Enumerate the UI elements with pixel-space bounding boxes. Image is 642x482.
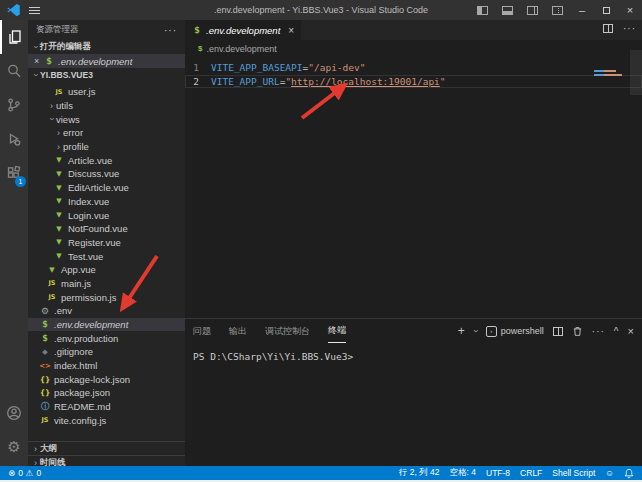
tab-close-icon[interactable]: × — [288, 25, 294, 36]
tree-item-views[interactable]: ›views — [28, 112, 185, 126]
feedback-icon[interactable]: ☺ — [605, 468, 614, 478]
tree-item-utils[interactable]: ›utils — [28, 99, 185, 113]
tree-item-test-vue[interactable]: ▼Test.vue — [28, 249, 185, 263]
tree-item-index-html[interactable]: <>index.html — [28, 359, 185, 373]
timeline-section-header[interactable]: › 时间线 — [28, 455, 185, 466]
tree-item-profile[interactable]: ›profile — [28, 140, 185, 154]
tree-item-label: package-lock.json — [54, 374, 130, 385]
editor-scrollbar[interactable] — [630, 50, 642, 95]
new-terminal-icon[interactable]: + — [458, 324, 465, 338]
tree-item-label: index.html — [54, 360, 97, 371]
tree-item-label: views — [56, 114, 80, 125]
gear-icon: ⚙ — [7, 440, 20, 455]
vscode-logo-icon — [7, 3, 21, 17]
tree-item-discuss-vue[interactable]: ▼Discuss.vue — [28, 167, 185, 181]
tree-item--gitignore[interactable]: ◆.gitignore — [28, 345, 185, 359]
toggle-sidebar-icon[interactable] — [477, 6, 488, 15]
sidebar-item-source-control[interactable] — [0, 88, 28, 122]
tree-item-label: Login.vue — [68, 210, 109, 221]
minimap[interactable] — [594, 70, 628, 76]
close-button[interactable]: × — [618, 0, 642, 20]
sidebar-item-explorer[interactable] — [0, 20, 28, 54]
tree-item-user-js[interactable]: JSuser.js — [28, 85, 185, 99]
tree-item-readme-md[interactable]: ⓘREADME.md — [28, 400, 185, 414]
explorer-more-actions-icon[interactable]: ··· — [164, 25, 177, 36]
tree-item-main-js[interactable]: JSmain.js — [28, 277, 185, 291]
chevron-down-icon: › — [47, 115, 57, 124]
close-icon[interactable]: × — [34, 56, 44, 66]
split-editor-icon[interactable] — [603, 24, 613, 33]
outline-section-header[interactable]: › 大纲 — [28, 441, 185, 455]
chevron-down-icon: › — [31, 71, 41, 80]
panel-tab-item[interactable]: 调试控制台 — [265, 319, 310, 343]
panel-tab-item[interactable]: 问题 — [193, 319, 211, 343]
tree-item-register-vue[interactable]: ▼Register.vue — [28, 236, 185, 250]
notifications-bell-icon[interactable] — [624, 468, 634, 479]
language-mode-status[interactable]: Shell Script — [552, 468, 595, 478]
tree-item-editarticle-vue[interactable]: ▼EditArticle.vue — [28, 181, 185, 195]
js-file-icon: JS — [47, 279, 57, 287]
tree-item-notfound-vue[interactable]: ▼NotFound.vue — [28, 222, 185, 236]
tree-item-permission-js[interactable]: JSpermission.js — [28, 290, 185, 304]
kill-terminal-icon[interactable] — [572, 326, 583, 337]
maximize-panel-icon[interactable]: ^ — [614, 326, 619, 337]
cursor-position-status[interactable]: 行 2, 列 42 — [399, 467, 440, 479]
indentation-status[interactable]: 空格: 4 — [450, 467, 476, 479]
settings-button[interactable]: ⚙ — [0, 430, 28, 464]
toggle-secondary-sidebar-icon[interactable] — [527, 6, 538, 15]
panel-tab-terminal-active[interactable]: 终端 — [328, 319, 346, 343]
source-control-icon — [6, 97, 22, 113]
split-terminal-icon[interactable] — [553, 327, 563, 336]
tree-item-vite-config-js[interactable]: JSvite.config.js — [28, 414, 185, 428]
js-file-icon: JS — [54, 88, 64, 96]
terminal-output[interactable]: PS D:\CSharp\Yi\Yi.BBS.Vue3> — [185, 343, 642, 362]
open-editors-header[interactable]: › 打开的编辑器 — [28, 40, 185, 54]
terminal-instance[interactable]: › powershell — [486, 326, 544, 337]
vue-file-icon: ▼ — [54, 211, 64, 219]
problems-status[interactable]: ⊗0 ⚠0 — [8, 468, 41, 478]
tree-item--env-production[interactable]: $.env.production — [28, 331, 185, 345]
tree-item-error[interactable]: ›error — [28, 126, 185, 140]
vue-file-icon: ▼ — [54, 156, 64, 164]
sidebar-item-search[interactable] — [0, 54, 28, 88]
activity-bar: 1 ⚙ — [0, 20, 28, 466]
editor-more-actions-icon[interactable]: ··· — [623, 23, 636, 34]
sidebar-item-extensions[interactable]: 1 — [0, 156, 28, 190]
encoding-status[interactable]: UTF-8 — [486, 468, 510, 478]
panel-tab-item[interactable]: 输出 — [229, 319, 247, 343]
tree-item--env-development[interactable]: $.env.development — [28, 318, 185, 332]
minimize-button[interactable]: – — [570, 0, 594, 20]
tree-item-article-vue[interactable]: ▼Article.vue — [28, 153, 185, 167]
tree-item-package-lock-json[interactable]: {}package-lock.json — [28, 372, 185, 386]
sidebar-item-run-debug[interactable] — [0, 122, 28, 156]
eol-status[interactable]: CRLF — [520, 468, 542, 478]
customize-layout-icon[interactable] — [552, 6, 563, 15]
maximize-button[interactable] — [594, 0, 618, 20]
tree-item-label: permission.js — [61, 292, 116, 303]
breadcrumb[interactable]: $ .env.development — [185, 40, 642, 57]
account-button[interactable] — [0, 396, 28, 430]
js-file-icon: JS — [47, 293, 57, 301]
run-debug-icon — [6, 131, 22, 147]
tree-item--env[interactable]: ⚙.env — [28, 304, 185, 318]
close-panel-icon[interactable]: × — [628, 325, 634, 337]
explorer-title: 资源管理器 — [36, 24, 79, 36]
terminal-dropdown-icon[interactable]: › — [470, 330, 480, 333]
tree-item-login-vue[interactable]: ▼Login.vue — [28, 208, 185, 222]
menu-icon[interactable] — [29, 7, 40, 14]
panel-more-actions-icon[interactable]: ··· — [592, 326, 605, 337]
open-editor-item[interactable]: × $ .env.development — [28, 54, 185, 68]
tree-item-label: .env — [54, 305, 72, 316]
status-bar: ⊗0 ⚠0 行 2, 列 42 空格: 4 UTF-8 CRLF Shell S… — [0, 466, 642, 480]
tree-item-app-vue[interactable]: ▼App.vue — [28, 263, 185, 277]
tree-item-label: Article.vue — [68, 155, 112, 166]
tree-item-label: package.json — [54, 387, 110, 398]
tree-item-index-vue[interactable]: ▼Index.vue — [28, 195, 185, 209]
url-link[interactable]: http://localhost:19001/api — [291, 76, 440, 87]
code-area[interactable]: 1 VITE_APP_BASEAPI="/api-dev" 2 VITE_APP… — [185, 57, 642, 88]
project-root-header[interactable]: › YI.BBS.VUE3 — [28, 68, 185, 82]
tab-env-development[interactable]: $ .env.development × — [185, 20, 301, 40]
tree-item-package-json[interactable]: {}package.json — [28, 386, 185, 400]
tab-bar: $ .env.development × ··· — [185, 20, 642, 40]
toggle-panel-icon[interactable] — [502, 6, 513, 15]
